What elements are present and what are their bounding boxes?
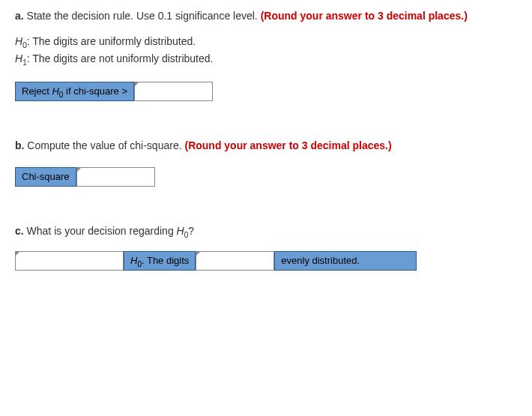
part-c-prompt: c. What is your decision regarding H0? <box>15 224 517 241</box>
part-c-prompt-suffix: ? <box>188 225 194 237</box>
part-b-answer-row: Chi-square <box>15 167 517 187</box>
part-b: b. Compute the value of chi-square. (Rou… <box>15 139 517 187</box>
h0-text: : The digits are uniformly distributed. <box>27 35 196 47</box>
part-c-prompt-prefix: What is your decision regarding <box>27 225 177 237</box>
part-a: a. State the decision rule. Use 0.1 sign… <box>15 9 517 101</box>
cell1-suffix: . The digits <box>142 255 189 266</box>
part-c-prompt-h: H <box>177 225 184 237</box>
decision-h0-label: H0. The digits <box>124 251 196 271</box>
h0-line: H0: The digits are uniformly distributed… <box>15 34 517 51</box>
part-c-label: c. <box>15 225 24 237</box>
part-a-answer-row: Reject H0 if chi-square > <box>15 82 517 101</box>
decision-rule-label: Reject H0 if chi-square > <box>15 82 134 101</box>
part-b-label: b. <box>15 139 24 151</box>
h1-prefix: H <box>15 52 22 64</box>
part-b-rounding: (Round your answer to 3 decimal places.) <box>184 139 391 151</box>
h1-text: : The digits are not uniformly distribut… <box>27 52 214 64</box>
chi-square-label: Chi-square <box>15 167 76 187</box>
part-a-prompt-text: State the decision rule. Use 0.1 signifi… <box>27 10 258 22</box>
decision-evenly-label: evenly distributed. <box>274 251 417 271</box>
decision-verb-input[interactable] <box>196 251 274 271</box>
cell-suffix: if chi-square > <box>63 85 127 97</box>
part-a-label: a. <box>15 10 24 22</box>
cell1-h: H <box>130 255 137 266</box>
decision-action-input[interactable] <box>15 251 124 271</box>
part-b-prompt-text: Compute the value of chi-square. <box>27 139 181 151</box>
cell-h: H <box>52 85 58 97</box>
part-a-rounding: (Round your answer to 3 decimal places.) <box>261 10 468 22</box>
hypotheses: H0: The digits are uniformly distributed… <box>15 34 517 69</box>
part-c: c. What is your decision regarding H0? H… <box>15 224 517 271</box>
part-a-prompt: a. State the decision rule. Use 0.1 sign… <box>15 9 517 24</box>
h0-prefix: H <box>15 35 22 47</box>
chi-square-value-input[interactable] <box>76 167 155 187</box>
part-c-answer-row: H0. The digitsevenly distributed. <box>15 251 517 271</box>
chi-square-critical-input[interactable] <box>134 82 213 101</box>
cell-prefix: Reject <box>22 85 52 97</box>
h1-line: H1: The digits are not uniformly distrib… <box>15 52 517 68</box>
part-b-prompt: b. Compute the value of chi-square. (Rou… <box>15 139 517 154</box>
